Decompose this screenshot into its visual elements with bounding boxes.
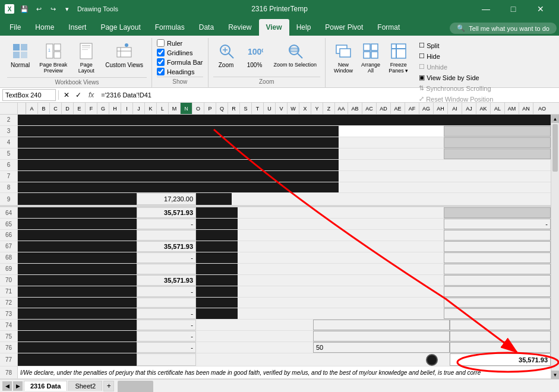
cell-value-67[interactable]: 35,571.93 [137,241,196,252]
tab-power-pivot[interactable]: Power Pivot [318,19,370,36]
col-header-ah[interactable]: AH [434,103,448,114]
col-header-u[interactable]: U [264,103,276,114]
cell-value-71[interactable]: - [137,286,196,297]
gridlines-checkbox[interactable] [157,49,165,56]
zoom-to-selection-button[interactable]: Zoom to Selection [270,39,321,70]
col-header-al[interactable]: AL [491,103,505,114]
ruler-checkbox[interactable] [157,39,165,47]
reset-window-position-button[interactable]: ⤢ Reset Window Position [416,94,495,104]
undo-button[interactable]: ↩ [32,2,45,15]
formula-bar-checkbox[interactable] [157,58,165,66]
col-header-d[interactable]: D [62,103,74,114]
cell-value-73[interactable]: - [137,308,196,319]
col-header-ao[interactable]: AO [533,103,551,114]
drag-handle-77[interactable] [426,354,438,366]
col-header-ak[interactable]: AK [476,103,491,114]
col-header-c[interactable]: C [50,103,62,114]
horizontal-scroll-track[interactable] [116,380,551,392]
col-header-a[interactable]: A [26,103,38,114]
col-header-q[interactable]: Q [216,103,228,114]
cell-value-65-right[interactable]: - [444,219,551,229]
tab-home[interactable]: Home [28,19,61,36]
view-side-by-side-button[interactable]: ▣ View Side by Side [416,72,495,83]
scroll-up-button[interactable]: ▲ [551,115,559,123]
cell-value-75[interactable]: - [137,331,196,342]
col-header-m[interactable]: M [169,103,181,114]
col-header-b[interactable]: B [38,103,50,114]
col-header-l[interactable]: L [157,103,169,114]
sheet-scroll-right[interactable]: ▶ [13,381,23,391]
ruler-checkbox-label[interactable]: Ruler [157,39,203,47]
col-header-ab[interactable]: AB [348,103,362,114]
col-header-x[interactable]: X [299,103,311,114]
custom-views-button[interactable]: Custom Views [102,39,147,71]
col-header-p[interactable]: P [204,103,216,114]
close-button[interactable]: ✕ [527,0,554,18]
cell-value-65[interactable]: - [137,219,196,229]
sheet-tab-active[interactable]: 2316 Data [24,381,67,391]
synchronous-scrolling-button[interactable]: ⇅ Synchronous Scrolling [416,83,495,93]
split-button[interactable]: ☐ Split [416,40,495,50]
vertical-scrollbar[interactable]: ▲ ▼ [551,115,559,379]
name-box[interactable] [2,89,56,101]
col-header-ai[interactable]: AI [448,103,462,114]
col-header-t[interactable]: T [252,103,264,114]
col-header-i[interactable]: I [121,103,133,114]
col-header-an[interactable]: AN [519,103,533,114]
col-header-ac[interactable]: AC [362,103,377,114]
sheet-tab-2[interactable]: Sheet2 [68,381,102,391]
col-header-z[interactable]: Z [323,103,335,114]
col-header-o[interactable]: O [192,103,204,114]
col-header-ad[interactable]: AD [377,103,391,114]
headings-checkbox-label[interactable]: Headings [157,68,203,75]
tell-me-input[interactable]: 🔍 Tell me what you want to do [450,23,557,34]
unhide-button[interactable]: ☐ Unhide [416,62,495,72]
headings-checkbox[interactable] [157,68,165,75]
col-header-y[interactable]: Y [311,103,323,114]
scroll-track-v[interactable] [551,123,559,371]
col-header-aa[interactable]: AA [335,103,348,114]
zoom-button[interactable]: Zoom [213,39,239,71]
page-break-preview-button[interactable]: 1 Page BreakPreview [36,39,71,76]
maximize-button[interactable]: □ [500,0,527,18]
col-header-h[interactable]: H [109,103,121,114]
tab-review[interactable]: Review [221,19,258,36]
scroll-thumb-h[interactable] [118,381,153,392]
cell-value-64[interactable]: 35,571.93 [137,207,196,218]
scroll-thumb-v[interactable] [552,124,558,172]
cell-value-74[interactable]: - [137,320,196,330]
col-header-e[interactable]: E [74,103,86,114]
redo-button[interactable]: ↪ [46,2,59,15]
minimize-button[interactable]: — [472,0,500,18]
tab-formulas[interactable]: Formulas [148,19,192,36]
tab-file[interactable]: File [2,19,28,36]
add-sheet-button[interactable]: + [103,381,114,391]
freeze-panes-button[interactable]: FreezePanes ▾ [385,39,412,76]
tab-view[interactable]: View [259,19,289,36]
sheet-scroll-left[interactable]: ◀ [2,381,12,391]
col-header-k[interactable]: K [145,103,157,114]
col-header-f[interactable]: F [86,103,97,114]
col-header-r[interactable]: R [228,103,240,114]
normal-view-button[interactable]: Normal [7,39,33,71]
col-header-am[interactable]: AM [505,103,519,114]
col-header-aj[interactable]: AJ [462,103,476,114]
col-header-v[interactable]: V [276,103,288,114]
save-button[interactable]: 💾 [18,2,31,15]
formula-bar-checkbox-label[interactable]: Formula Bar [157,58,203,66]
col-header-w[interactable]: W [288,103,299,114]
tab-format[interactable]: Format [370,19,407,36]
cell-value-76[interactable]: - [137,342,196,353]
col-header-ag[interactable]: AG [419,103,434,114]
tab-page-layout[interactable]: Page Layout [93,19,147,36]
col-header-n[interactable]: N [181,103,192,114]
enter-button[interactable]: ✓ [73,90,84,100]
zoom-100-button[interactable]: 100% 100% [242,39,268,71]
tab-help[interactable]: Help [289,19,318,36]
scroll-down-button[interactable]: ▼ [551,371,559,379]
col-header-j[interactable]: J [133,103,145,114]
hide-button[interactable]: ☐ Hide [416,51,495,61]
new-window-button[interactable]: NewWindow [330,39,356,76]
cancel-button[interactable]: ✕ [61,90,72,100]
customize-qat-button[interactable]: ▾ [61,2,74,15]
